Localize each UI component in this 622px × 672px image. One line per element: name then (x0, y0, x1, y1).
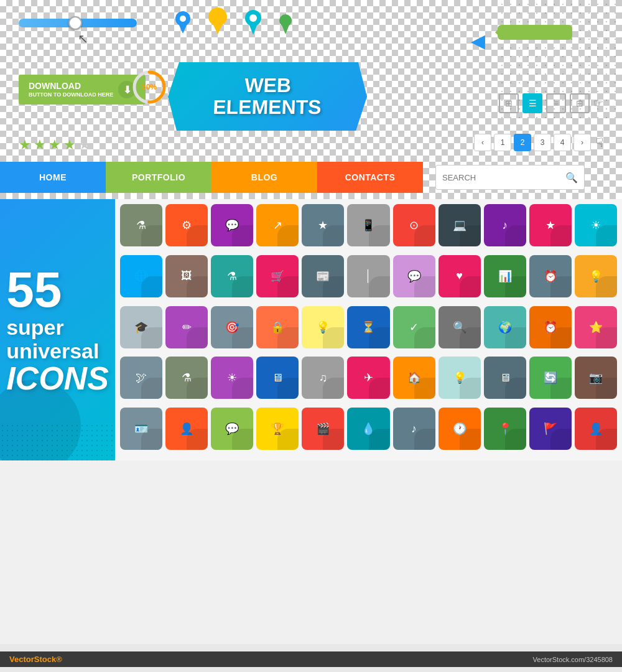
icon-tile-drop[interactable]: 💧 (347, 408, 389, 450)
page-1-btn[interactable]: 1 (494, 134, 511, 151)
progress-label: 50% (142, 83, 157, 91)
banner-line1: WEB (244, 74, 292, 96)
icon-tile-camera[interactable]: 📷 (575, 357, 617, 399)
cursor-arrow-icon: ↖ (78, 31, 88, 46)
icon-tile-chemistry[interactable]: ⚗ (120, 204, 162, 246)
svg-marker-4 (212, 22, 223, 34)
icon-tile-speech[interactable]: 💬 (211, 408, 253, 450)
icon-tile-settings[interactable]: ⚙ (165, 204, 208, 246)
speech-bubble (498, 25, 572, 40)
icon-tile-weather[interactable]: ☀ (575, 204, 617, 246)
icon-tile-clock[interactable]: ⏰ (529, 255, 572, 297)
icon-tile-heart[interactable]: ♥ (439, 255, 481, 297)
icon-tile-music[interactable]: ♪ (484, 204, 526, 246)
star-2: ★ (34, 137, 46, 153)
icon-tile-cart[interactable]: 🛒 (256, 255, 299, 297)
stars-rating: ★ ★ ★ ★ ★ (19, 137, 91, 153)
nav-portfolio[interactable]: PORTFOLIO (106, 162, 211, 193)
icon-tile-bulb[interactable]: 💡 (575, 255, 617, 297)
icon-tile-check[interactable]: ✓ (393, 306, 435, 348)
icon-tile-globe[interactable]: 🌐 (120, 255, 162, 297)
download-button[interactable]: DOWNLOAD BUTTON TO DOWNLOAD HERE ⬇ (19, 75, 146, 105)
top-section: ↖ (0, 0, 622, 205)
icon-count: 55 (6, 265, 109, 315)
icon-tile-laptop[interactable]: 💻 (439, 204, 481, 246)
icon-tile-film[interactable]: 🎬 (302, 408, 344, 450)
slider-thumb[interactable] (68, 16, 82, 30)
icon-tile-sun[interactable]: ☀ (211, 357, 253, 399)
icon-tile-music2[interactable]: ♫ (302, 357, 344, 399)
icon-tile-refresh[interactable]: 🔄 (529, 357, 572, 399)
icon-tile-pen[interactable]: ✏ (165, 306, 208, 348)
detail-view-icon[interactable]: ⊟ (570, 93, 590, 113)
page-3-btn[interactable]: 3 (534, 134, 551, 151)
icon-tile-monitor[interactable]: 🖥 (256, 357, 299, 399)
nav-blog[interactable]: BLOG (211, 162, 317, 193)
watermark-url: VectorStock.com/3245808 (533, 656, 613, 663)
icon-tile-chat2[interactable]: 💬 (393, 255, 435, 297)
nav-contacts[interactable]: CONTACTS (317, 162, 423, 193)
icons-grid: ⚗⚙💬↗★📱⊙💻♪★☀🌐🖼⚗🛒📰│💬♥📊⏰💡🎓✏🎯🔒💡⏳✓🔍🌍⏰⭐🕊⚗☀🖥♫✈🏠… (115, 199, 622, 460)
next-page-btn[interactable]: › (573, 134, 591, 151)
icon-tile-history[interactable]: ⏳ (347, 306, 389, 348)
icon-tile-silhouette[interactable]: 👤 (575, 408, 617, 450)
compact-view-icon[interactable]: ≡ (546, 93, 566, 113)
icon-tile-lock[interactable]: 🔒 (256, 306, 299, 348)
search-input[interactable] (442, 173, 565, 182)
icon-tile-mobile[interactable]: 📱 (347, 204, 389, 246)
icon-tile-star[interactable]: ★ (302, 204, 344, 246)
svg-marker-1 (178, 22, 188, 34)
icon-tile-idea[interactable]: 💡 (302, 306, 344, 348)
brand-text: VectorStock (9, 655, 56, 664)
icon-tile-24h[interactable]: 🕐 (439, 408, 481, 450)
icon-tile-screen[interactable]: 🖥 (484, 357, 526, 399)
icon-tile-lab[interactable]: ⚗ (211, 255, 253, 297)
icon-tile-pin[interactable]: 📍 (484, 408, 526, 450)
icon-tile-newspaper[interactable]: 📰 (302, 255, 344, 297)
icon-tile-note[interactable]: ♪ (393, 408, 435, 450)
icon-tile-trophy[interactable]: 🏆 (256, 408, 299, 450)
icon-tile-plane[interactable]: ✈ (347, 357, 389, 399)
brand-reg: ® (56, 655, 62, 664)
download-button-text: DOWNLOAD BUTTON TO DOWNLOAD HERE (29, 81, 113, 98)
icon-tile-user[interactable]: 👤 (165, 408, 208, 450)
icon-tile-star-eye[interactable]: ⭐ (575, 306, 617, 348)
prev-page-btn[interactable]: ‹ (474, 134, 491, 151)
nav-home[interactable]: HOME (0, 162, 106, 193)
icon-tile-life-ring[interactable]: ⊙ (393, 204, 435, 246)
cyan-pin-icon (244, 9, 262, 35)
icon-tile-time[interactable]: ⏰ (529, 306, 572, 348)
icon-tile-home[interactable]: 🏠 (393, 357, 435, 399)
grid-view-icon[interactable]: ⊞ (499, 93, 519, 113)
icon-tile-graduation[interactable]: 🎓 (120, 306, 162, 348)
map-pins-area (174, 6, 293, 35)
icon-tile-star2[interactable]: ★ (529, 204, 572, 246)
icon-tile-id-card[interactable]: 🪪 (120, 408, 162, 450)
icon-tile-chat[interactable]: 💬 (211, 204, 253, 246)
web-elements-banner: WEB ELEMENTS (168, 62, 367, 143)
icon-tile-chart[interactable]: 📊 (484, 255, 526, 297)
icon-tile-diagonal-arrow[interactable]: ↗ (256, 204, 299, 246)
icon-tile-image[interactable]: 🖼 (165, 255, 208, 297)
icon-tile-search[interactable]: 🔍 (439, 306, 481, 348)
icon-tile-world[interactable]: 🌍 (484, 306, 526, 348)
banner-line2: ELEMENTS (213, 96, 322, 118)
primary-nav: HOME PORTFOLIO BLOG CONTACTS (0, 162, 423, 193)
page-4-btn[interactable]: 4 (554, 134, 571, 151)
icon-tile-light[interactable]: 💡 (439, 357, 481, 399)
list-view-icon[interactable]: ☰ (522, 93, 542, 113)
view-toggle-area: ⊞ ☰ ≡ ⊟ ☞ (499, 93, 603, 113)
download-main-label: DOWNLOAD (29, 81, 113, 91)
nav-contacts-label: CONTACTS (345, 172, 396, 182)
icon-tile-flask[interactable]: ⚗ (165, 357, 208, 399)
star-3: ★ (49, 137, 61, 153)
icon-tile-thermometer[interactable]: │ (347, 255, 389, 297)
page-2-btn[interactable]: 2 (514, 134, 531, 151)
icon-tile-target[interactable]: 🎯 (211, 306, 253, 348)
slider-track[interactable] (19, 19, 137, 27)
pagination: ‹ 1 2 3 4 › ☟ (474, 134, 603, 151)
icon-tile-wing[interactable]: 🕊 (120, 357, 162, 399)
svg-point-7 (249, 14, 257, 22)
icon-tile-flag[interactable]: 🚩 (529, 408, 572, 450)
brand-name: VectorStock® (9, 655, 62, 664)
